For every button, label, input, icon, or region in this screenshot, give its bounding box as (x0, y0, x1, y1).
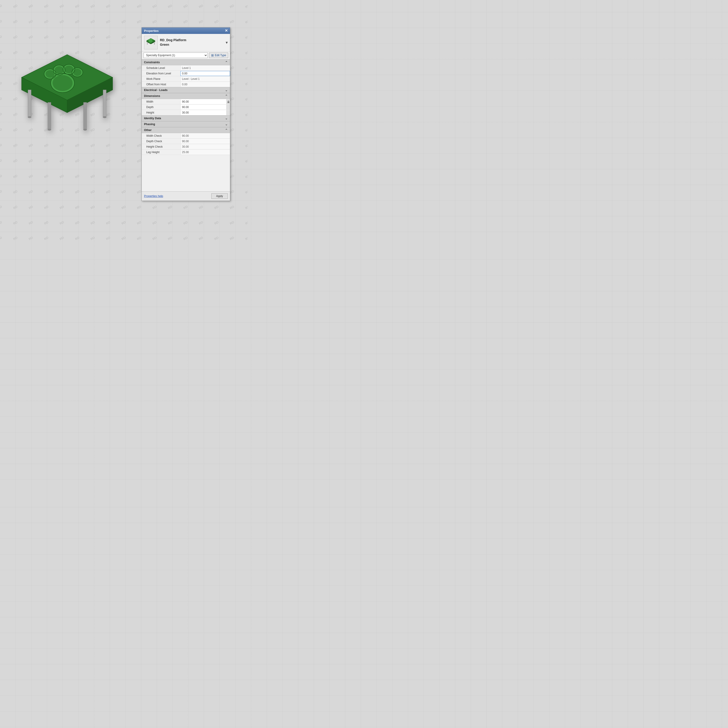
prop-work-plane: Work Plane Level : Level 1 (142, 76, 230, 82)
section-dimensions: Dimensions ⌃ (142, 93, 230, 99)
type-selector-row: Specialty Equipment (1) ⊞ Edit Type (142, 51, 230, 60)
prop-elevation-from-level: Elevation from Level 0.00 (142, 71, 230, 76)
prop-value-work-plane: Level : Level 1 (180, 76, 230, 81)
svg-point-32 (151, 39, 153, 40)
prop-depth: Depth 90.00 (142, 104, 230, 110)
svg-rect-21 (84, 102, 87, 130)
panel-title: Properties (144, 29, 159, 32)
prop-label-height: Height (142, 110, 180, 115)
svg-rect-33 (147, 42, 148, 44)
platform-illustration-area (5, 27, 130, 164)
identity-data-collapse-icon[interactable]: ⌄ (225, 116, 228, 120)
section-phasing[interactable]: Phasing ⌄ (142, 121, 230, 127)
panel-footer: Properties help Apply (142, 191, 230, 201)
constraints-collapse-icon[interactable]: ⌃ (225, 61, 228, 64)
section-electrical-loads[interactable]: Electrical - Loads ⌄ (142, 87, 230, 93)
svg-point-25 (83, 129, 87, 131)
edit-type-label: Edit Type (215, 54, 226, 57)
svg-point-15 (73, 69, 81, 76)
prop-label-width-check: Width Check (142, 133, 180, 138)
edit-type-icon: ⊞ (211, 54, 214, 57)
prop-schedule-level: Schedule Level Level 1 (142, 65, 230, 71)
phasing-collapse-icon[interactable]: ⌄ (225, 122, 228, 126)
thumbnail-icon (145, 37, 156, 48)
other-properties: Width Check 90.00 Depth Check 90.00 Heig… (142, 133, 230, 155)
component-thumbnail (144, 36, 158, 49)
svg-rect-34 (154, 42, 155, 44)
svg-point-11 (52, 75, 73, 91)
prop-label-offset: Offset from Host (142, 82, 180, 87)
prop-label-work-plane: Work Plane (142, 76, 180, 81)
svg-point-31 (149, 39, 151, 40)
prop-value-depth-check: 90.00 (180, 139, 230, 144)
prop-depth-check: Depth Check 90.00 (142, 139, 230, 144)
prop-value-height: 30.00 (180, 110, 226, 115)
electrical-loads-collapse-icon[interactable]: ⌄ (225, 88, 228, 92)
prop-label-depth: Depth (142, 105, 180, 109)
empty-properties-area (142, 155, 230, 191)
svg-point-22 (28, 116, 31, 118)
constraints-properties: Schedule Level Level 1 Elevation from Le… (142, 65, 230, 87)
section-constraints: Constraints ⌃ (142, 60, 230, 65)
identity-data-label: Identity Data (144, 117, 161, 120)
prop-leg-height: Leg Height 25.00 (142, 150, 230, 155)
component-header: RD_Dog Platform Green ▾ (142, 34, 230, 51)
prop-height-check: Height Check 30.00 (142, 144, 230, 150)
svg-point-14 (64, 66, 73, 73)
dropdown-arrow-icon[interactable]: ▾ (226, 40, 228, 45)
other-collapse-icon[interactable]: ⌃ (225, 128, 228, 132)
prop-value-depth: 90.00 (180, 105, 226, 110)
prop-offset-from-host: Offset from Host 0.00 (142, 82, 230, 87)
prop-height: Height 30.00 (142, 110, 230, 115)
properties-help-link[interactable]: Properties help (144, 194, 163, 198)
svg-rect-19 (103, 90, 106, 117)
depth-lock-icon[interactable] (226, 105, 230, 110)
component-name-line1: RD_Dog Platform (160, 38, 186, 43)
electrical-loads-label: Electrical - Loads (144, 89, 168, 92)
width-lock-icon[interactable] (226, 99, 230, 104)
constraints-label: Constraints (144, 61, 160, 64)
component-name-line2: Green (160, 43, 186, 47)
prop-label-width: Width (142, 99, 180, 104)
prop-value-offset: 0.00 (180, 82, 230, 87)
svg-point-13 (55, 66, 64, 74)
type-dropdown[interactable]: Specialty Equipment (1) (144, 52, 208, 58)
svg-rect-18 (28, 90, 31, 117)
properties-panel: Properties ✕ RD_Dog Platform Green ▾ (142, 27, 230, 201)
svg-point-23 (103, 116, 107, 118)
dimensions-properties: Width 90.00 Depth 90.00 Height 30.00 (142, 99, 230, 115)
prop-value-height-check: 30.00 (180, 144, 230, 149)
other-label: Other (144, 128, 151, 132)
prop-value-schedule-level: Level 1 (180, 66, 230, 70)
prop-label-elevation: Elevation from Level (142, 71, 180, 76)
prop-label-leg-height: Leg Height (142, 150, 180, 154)
dimensions-label: Dimensions (144, 95, 160, 98)
height-lock-icon[interactable] (226, 110, 230, 115)
apply-button[interactable]: Apply (211, 193, 228, 199)
phasing-label: Phasing (144, 122, 155, 126)
prop-width: Width 90.00 (142, 99, 230, 104)
platform-svg (12, 46, 122, 145)
panel-titlebar: Properties ✕ (142, 28, 230, 34)
dimensions-collapse-icon[interactable]: ⌃ (225, 94, 228, 98)
prop-value-width-check: 90.00 (180, 133, 230, 138)
svg-rect-35 (228, 101, 229, 103)
close-button[interactable]: ✕ (225, 29, 228, 32)
svg-rect-20 (48, 102, 51, 130)
prop-label-schedule-level: Schedule Level (142, 66, 180, 70)
component-name-block: RD_Dog Platform Green (160, 38, 186, 47)
prop-value-width: 90.00 (180, 99, 226, 104)
prop-value-elevation[interactable]: 0.00 (180, 71, 230, 76)
edit-type-button[interactable]: ⊞ Edit Type (209, 52, 228, 58)
section-other: Other ⌃ (142, 127, 230, 133)
prop-width-check: Width Check 90.00 (142, 133, 230, 139)
prop-label-depth-check: Depth Check (142, 139, 180, 144)
prop-label-height-check: Height Check (142, 144, 180, 149)
prop-value-leg-height: 25.00 (180, 150, 230, 155)
section-identity-data[interactable]: Identity Data ⌄ (142, 115, 230, 121)
svg-point-24 (47, 129, 51, 131)
svg-point-12 (46, 70, 55, 78)
